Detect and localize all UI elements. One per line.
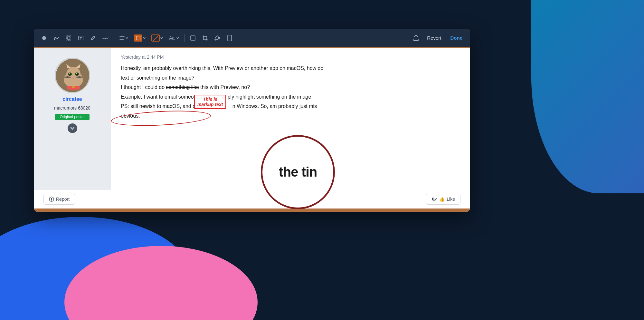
report-label: Report [56,197,70,202]
large-circle-text: the tin [279,164,317,180]
post-line-1: Honestly, am probably overthinking this.… [121,64,460,73]
square-tool-button[interactable] [188,33,198,43]
post-line-6: obvious. [121,112,460,120]
svg-rect-2 [67,37,70,39]
crop-tool-button[interactable] [200,33,210,43]
svg-rect-4 [136,36,140,40]
post-line-4: Example, I want to email someone an i im… [121,93,460,101]
bottom-border [34,210,470,212]
align-tool-button[interactable] [117,34,130,42]
selection-tool-button[interactable] [63,33,74,43]
user-rank: macrumors 68020 [54,105,90,111]
done-button[interactable]: Done [448,34,465,42]
svg-rect-6 [191,36,195,40]
slash-tool-button[interactable] [149,33,165,43]
main-window: Aa [34,29,470,212]
svg-text:Aa: Aa [169,35,175,41]
post-timestamp: Yesterday at 2:44 PM [121,54,460,60]
report-button[interactable]: Report [43,194,75,205]
avatar [55,58,90,93]
like-button[interactable]: 👍 Like [426,194,460,205]
signature-tool-button[interactable] [100,33,110,43]
toolbar: Aa [34,29,470,47]
svg-point-29 [72,86,75,88]
shape-tool-button[interactable] [132,33,147,43]
bg-decoration-teal [531,0,644,193]
username: circatee [62,96,82,102]
separator-1 [114,34,114,42]
svg-point-21 [69,73,70,74]
text-tool-button[interactable] [76,33,86,43]
post-body: Honestly, am probably overthinking this.… [121,64,460,120]
revert-button[interactable]: Revert [424,34,444,42]
shape-box-icon [134,34,142,42]
share-button[interactable] [412,34,421,43]
separator-2 [184,34,185,42]
pencil-tool-button[interactable] [88,33,98,43]
dot-tool-button[interactable] [39,33,49,43]
user-sidebar: circatee macrumors 68020 Original poster [34,48,111,190]
toolbar-right-actions: Revert Done [412,34,465,43]
op-badge: Original poster [55,114,89,120]
post-line-3: I thought I could do something like this… [121,83,460,92]
annotation-tool-button[interactable] [212,33,223,43]
mobile-tool-button[interactable] [224,33,235,43]
svg-point-0 [42,36,46,40]
svg-point-22 [76,73,77,74]
post-container: circatee macrumors 68020 Original poster… [34,48,470,190]
post-line-5: PS: still newish to macOS, and did th n … [121,102,460,111]
svg-rect-1 [66,36,71,40]
svg-point-9 [229,40,230,40]
like-label: Like [447,197,455,202]
toolbar-tools: Aa [39,33,409,43]
svg-point-7 [218,37,220,39]
font-size-button[interactable]: Aa [167,34,181,42]
user-expand-button[interactable] [68,123,77,133]
content-area: circatee macrumors 68020 Original poster… [34,47,470,210]
post-content: Yesterday at 2:44 PM Honestly, am probab… [111,48,470,190]
svg-point-31 [51,200,52,201]
post-actions: Report 👍 Like [34,190,470,208]
scribble-tool-button[interactable] [51,33,62,43]
post-line-2: text or something on the image? [121,74,460,82]
slash-box-icon [151,34,160,42]
